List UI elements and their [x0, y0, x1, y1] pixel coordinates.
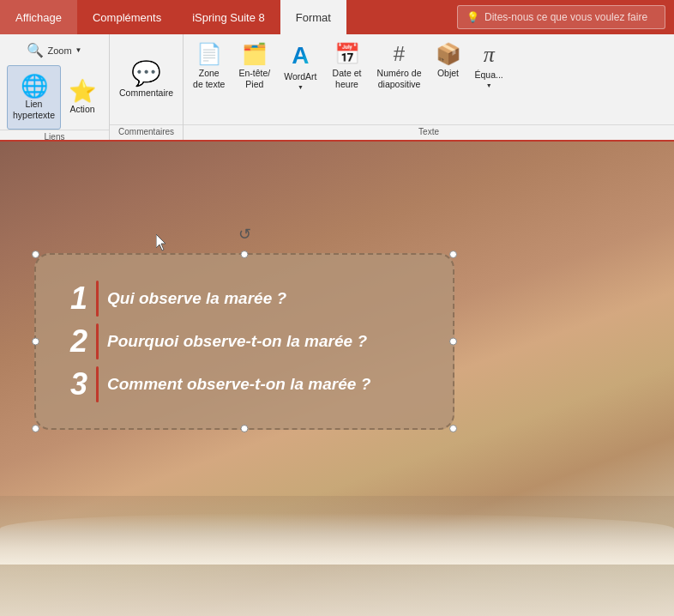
tab-ispring[interactable]: iSpring Suite 8	[177, 0, 280, 34]
entete-icon: 🗂️	[242, 42, 268, 66]
zone-texte-label: Zone de texte	[193, 68, 225, 89]
item-divider-3	[96, 366, 99, 402]
tab-format[interactable]: Format	[280, 0, 346, 34]
tab-affichage[interactable]: Affichage	[0, 0, 77, 34]
date-label: Date et heure	[333, 68, 362, 89]
item-text-3: Comment observe-t-on la marée ?	[107, 374, 370, 396]
commentaires-section-label: Commentaires	[110, 124, 183, 140]
slide-area[interactable]: ↺ 1 Qui observe la marée ? 2 Pourquoi ob…	[0, 142, 674, 616]
beach-wave	[0, 513, 674, 565]
wordart-icon: A	[292, 42, 309, 69]
item-number-3: 3	[57, 369, 87, 400]
item-number-2: 2	[57, 326, 87, 357]
search-box[interactable]: 💡	[457, 5, 665, 29]
lien-hypertexte-button[interactable]: 🌐 Lien hypertexte	[7, 65, 61, 130]
list-item: 3 Comment observe-t-on la marée ?	[57, 366, 423, 402]
action-label: Action	[69, 104, 94, 115]
zoom-icon: 🔍	[27, 42, 44, 58]
selection-handle-tm[interactable]	[241, 251, 249, 258]
zoom-button[interactable]: 🔍 Zoom ▼	[21, 39, 87, 62]
equation-button[interactable]: π Équa... ▼	[469, 38, 509, 102]
entete-label: En-tête/ Pied	[238, 68, 270, 89]
lightbulb-icon: 💡	[466, 11, 479, 23]
ribbon-section-commentaires: 💬 Commentaire Commentaires	[110, 34, 184, 140]
wordart-label: WordArt	[284, 71, 316, 82]
selection-handle-bm[interactable]	[241, 425, 249, 432]
lien-hypertexte-label: Lien hypertexte	[13, 99, 55, 120]
item-text-1: Qui observe la marée ?	[107, 288, 286, 310]
item-number-1: 1	[57, 283, 87, 314]
zone-de-texte-button[interactable]: 📄 Zone de texte	[187, 38, 231, 102]
ribbon-section-liens: 🔍 Zoom ▼ 🌐 Lien hypertexte ⭐ Action	[0, 34, 110, 140]
wordart-button[interactable]: A WordArt ▼	[278, 38, 322, 102]
ribbon-section-texte: 📄 Zone de texte 🗂️ En-tête/ Pied A WordA…	[184, 34, 674, 140]
lien-hypertexte-icon: 🌐	[21, 75, 48, 97]
selection-handle-br[interactable]	[449, 425, 457, 432]
item-text-2: Pourquoi observe-t-on la marée ?	[107, 331, 367, 353]
numero-diapositive-button[interactable]: # Numéro de diapositive	[371, 38, 428, 102]
date-icon: 📅	[334, 42, 360, 66]
selection-handle-mr[interactable]	[449, 338, 457, 346]
search-input[interactable]	[484, 11, 656, 23]
selection-handle-tr[interactable]	[449, 251, 457, 258]
commentaire-button[interactable]: 💬 Commentaire	[113, 46, 179, 115]
ribbon: 🔍 Zoom ▼ 🌐 Lien hypertexte ⭐ Action	[0, 34, 674, 142]
selection-handle-tl[interactable]	[32, 251, 39, 258]
zoom-label: Zoom	[47, 45, 71, 56]
selection-handle-ml[interactable]	[32, 338, 39, 346]
zoom-dropdown-icon: ▼	[75, 46, 82, 54]
tab-complements[interactable]: Compléments	[77, 0, 177, 34]
rotate-handle[interactable]: ↺	[238, 225, 251, 244]
equation-label: Équa...	[475, 69, 503, 81]
commentaire-icon: 💬	[131, 62, 161, 86]
numero-icon: #	[394, 42, 405, 66]
item-divider-1	[96, 281, 99, 317]
numero-label: Numéro de diapositive	[377, 68, 422, 89]
selection-handle-bl[interactable]	[32, 425, 39, 432]
date-heure-button[interactable]: 📅 Date et heure	[325, 38, 370, 102]
equation-icon: π	[484, 42, 495, 68]
equation-dropdown-icon: ▼	[486, 82, 492, 88]
tab-bar: Affichage Compléments iSpring Suite 8 Fo…	[0, 0, 674, 34]
action-icon: ⭐	[69, 80, 96, 102]
list-item: 2 Pourquoi observe-t-on la marée ?	[57, 323, 423, 359]
text-box[interactable]: ↺ 1 Qui observe la marée ? 2 Pourquoi ob…	[34, 253, 454, 430]
objet-icon: 📦	[436, 42, 461, 66]
commentaire-label: Commentaire	[119, 88, 173, 99]
texte-section-label: Texte	[184, 124, 674, 140]
objet-button[interactable]: 📦 Objet	[430, 38, 467, 102]
action-button[interactable]: ⭐ Action	[63, 65, 102, 130]
en-tete-pied-button[interactable]: 🗂️ En-tête/ Pied	[232, 38, 276, 102]
zone-texte-icon: 📄	[196, 42, 222, 66]
wordart-dropdown-icon: ▼	[298, 84, 304, 90]
objet-label: Objet	[437, 68, 459, 79]
item-divider-2	[96, 323, 99, 359]
list-item: 1 Qui observe la marée ?	[57, 281, 423, 317]
